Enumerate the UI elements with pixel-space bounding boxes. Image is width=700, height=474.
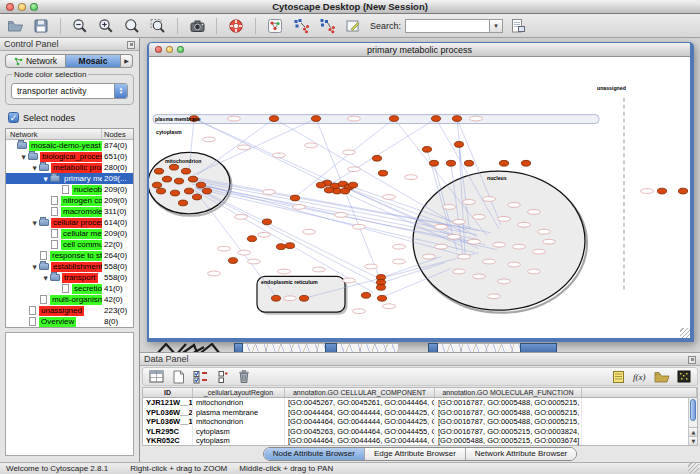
tab-mosaic[interactable]: Mosaic — [65, 54, 121, 68]
table-row[interactable]: YDR039C__1mitochondrion[GO:0044464, GO:0… — [143, 446, 697, 447]
small-node[interactable] — [278, 269, 291, 274]
minimize-window-button[interactable] — [18, 3, 26, 11]
small-node[interactable] — [468, 239, 481, 244]
network-node[interactable] — [311, 116, 320, 122]
snapshot-button[interactable] — [186, 16, 208, 36]
tree-row[interactable]: ▼transport558(0) — [6, 272, 133, 283]
network-node[interactable] — [174, 178, 183, 184]
small-node[interactable] — [208, 271, 221, 276]
small-node[interactable] — [518, 222, 531, 227]
small-node[interactable] — [435, 244, 448, 249]
show-attributes-button[interactable] — [147, 369, 165, 385]
matrix-view-button[interactable] — [675, 369, 693, 385]
network-node[interactable] — [324, 187, 333, 193]
network-node[interactable] — [178, 200, 187, 206]
network-node[interactable] — [184, 188, 193, 194]
small-node[interactable] — [448, 234, 461, 239]
scroll-up-button[interactable]: ▲ — [689, 427, 698, 436]
network-node[interactable] — [228, 258, 237, 264]
table-row[interactable]: YPL036W__2plasma membrane[GO:0044464, GO… — [143, 408, 697, 418]
float-panel-icon[interactable] — [688, 356, 696, 364]
network-node[interactable] — [247, 236, 256, 242]
network-node[interactable] — [464, 160, 473, 166]
small-node[interactable] — [284, 296, 297, 301]
small-node[interactable] — [493, 242, 506, 247]
function-builder-button[interactable]: f(x) — [631, 369, 649, 385]
network-node[interactable] — [154, 168, 163, 174]
network-node[interactable] — [389, 116, 398, 122]
table-row[interactable]: YJR121W__1mitochondrion[GO:0045267, GO:0… — [143, 398, 697, 408]
network-node[interactable] — [372, 155, 381, 161]
network-node[interactable] — [361, 292, 370, 298]
network-node[interactable] — [446, 160, 455, 166]
small-node[interactable] — [353, 224, 366, 229]
small-node[interactable] — [528, 269, 541, 274]
network-node[interactable] — [196, 182, 205, 188]
tree-row[interactable]: Overview8(0) — [6, 316, 133, 327]
network-node[interactable] — [262, 219, 271, 225]
small-node[interactable] — [538, 229, 551, 234]
column-header-cellular-component[interactable]: annotation.GO CELLULAR_COMPONENT — [285, 388, 435, 397]
tree-column-network[interactable]: Network — [6, 130, 38, 139]
network-node[interactable] — [499, 160, 508, 166]
annotation-button[interactable] — [342, 16, 364, 36]
tab-node-attribute-browser[interactable]: Node Attribute Browser — [264, 448, 364, 460]
small-node[interactable] — [383, 195, 396, 200]
small-node[interactable] — [498, 279, 511, 284]
small-node[interactable] — [435, 224, 448, 229]
small-node[interactable] — [313, 267, 326, 272]
small-node[interactable] — [203, 137, 216, 142]
small-node[interactable] — [335, 212, 348, 217]
network-edge[interactable] — [316, 119, 379, 277]
small-node[interactable] — [238, 250, 251, 255]
small-node[interactable] — [483, 197, 496, 202]
close-window-button[interactable] — [6, 3, 14, 11]
column-header-region[interactable]: _cellularLayoutRegion — [193, 388, 285, 397]
help-button[interactable] — [225, 16, 247, 36]
network-node[interactable] — [202, 188, 211, 194]
small-node[interactable] — [483, 259, 496, 264]
small-node[interactable] — [348, 116, 361, 121]
small-node[interactable] — [508, 203, 521, 208]
small-node[interactable] — [508, 262, 521, 267]
close-view-button[interactable] — [155, 46, 162, 53]
zoom-window-button[interactable] — [30, 3, 38, 11]
more-tabs-button[interactable]: ▶ — [121, 54, 133, 68]
network-node[interactable] — [422, 146, 431, 152]
small-node[interactable] — [248, 259, 261, 264]
column-header-id[interactable]: ID — [143, 388, 193, 397]
tree-row[interactable]: nucleobase-209(0) — [6, 184, 133, 195]
network-overview-panel[interactable] — [5, 332, 134, 456]
column-header-molecular-function[interactable]: annotation.GO MOLECULAR_FUNCTION — [435, 388, 582, 397]
small-node[interactable] — [228, 116, 241, 121]
tree-row[interactable]: ▼biological_process651(0) — [6, 151, 133, 162]
small-node[interactable] — [443, 205, 456, 210]
node-color-select[interactable]: transporter activity ▲▼ — [11, 83, 128, 99]
zoom-in-button[interactable] — [95, 16, 117, 36]
small-node[interactable] — [303, 229, 316, 234]
zoom-fit-button[interactable] — [121, 16, 143, 36]
small-node[interactable] — [641, 189, 654, 194]
tree-expander-icon[interactable]: ▼ — [41, 275, 50, 281]
network-node[interactable] — [285, 243, 294, 249]
network-node[interactable] — [169, 164, 178, 170]
small-node[interactable] — [513, 244, 526, 249]
tree-expander-icon[interactable]: ▼ — [30, 264, 39, 270]
network-tree-header[interactable]: Network Nodes — [6, 129, 133, 140]
import-attributes-button[interactable] — [653, 369, 671, 385]
network-node[interactable] — [378, 170, 387, 176]
network-canvas[interactable]: plasma membranecytoplasmmitochondrionnuc… — [149, 58, 690, 338]
network-view-window[interactable]: primary metabolic process plasma membran… — [147, 42, 694, 342]
network-window-titlebar[interactable]: primary metabolic process — [149, 43, 690, 57]
tree-expander-icon[interactable]: ▼ — [30, 220, 39, 226]
tree-row[interactable]: response to stimulu264(0) — [6, 250, 133, 261]
tree-row[interactable]: nitrogen compo209(0) — [6, 195, 133, 206]
table-row[interactable]: YPL036W__1mitochondrion[GO:0044464, GO:0… — [143, 417, 697, 427]
small-node[interactable] — [543, 239, 556, 244]
small-node[interactable] — [365, 264, 378, 269]
network-node[interactable] — [188, 176, 197, 182]
small-node[interactable] — [263, 190, 276, 195]
table-row[interactable]: YLR295Ccytoplasm[GO:0045263, GO:0044464,… — [143, 427, 697, 437]
tab-network[interactable]: Network — [5, 54, 65, 68]
search-input[interactable] — [405, 19, 489, 33]
